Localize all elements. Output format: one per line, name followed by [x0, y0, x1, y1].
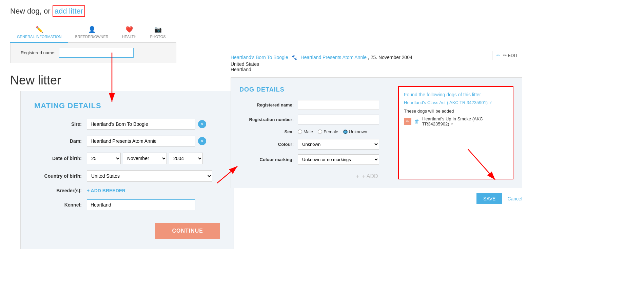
- litter-title-row: Heartland's Born To Boogie 🐾 Heartland P…: [231, 55, 412, 60]
- dam-clear-button[interactable]: ×: [198, 137, 206, 145]
- sire-label: Sire:: [34, 121, 82, 127]
- add-dog-label: + ADD: [362, 173, 378, 179]
- dog-details-title: DOG DETAILS: [239, 86, 391, 93]
- tab-photos-label: PHOTOS: [150, 35, 165, 39]
- mating-title: MATING DETAILS: [34, 101, 220, 110]
- sex-unknown-option[interactable]: Unknown: [343, 129, 367, 134]
- tab-health[interactable]: ❤️ HEALTH: [115, 22, 143, 42]
- dam-label: Dam:: [34, 138, 82, 144]
- breeders-row: Breeder(s): + ADD BREEDER: [34, 188, 220, 193]
- bottom-actions: SAVE Cancel: [231, 193, 522, 204]
- dd-sex-row: Sex: Male Female Unknown: [239, 129, 391, 134]
- edit-dog-button[interactable]: ✏: [404, 118, 411, 125]
- right-panel: Heartland's Born To Boogie 🐾 Heartland P…: [231, 51, 522, 204]
- dam-input[interactable]: [87, 136, 195, 146]
- dob-row: Date of birth: 25 November 2004: [34, 153, 220, 164]
- sex-male-radio[interactable]: [298, 130, 302, 134]
- dd-colour-row: Colour: Unknown Black White Brown: [239, 139, 391, 150]
- dd-reg-number-row: Registration number:: [239, 115, 391, 124]
- dd-colour-label: Colour:: [239, 142, 294, 147]
- sire-clear-button[interactable]: ×: [198, 120, 206, 128]
- plus-icon: +: [356, 173, 359, 179]
- dd-colour-marking-select[interactable]: Unknown or no markings Solid Bicolor: [298, 154, 379, 165]
- dd-reg-name-input[interactable]: [298, 100, 379, 110]
- reg-name-row: Registered name:: [10, 43, 176, 63]
- dd-colour-marking-row: Colour marking: Unknown or no markings S…: [239, 154, 391, 165]
- pencil-edit-icon: ✏: [496, 53, 500, 58]
- kennel-row: Kennel:: [34, 199, 220, 210]
- tab-general-label: GENERAL INFORMATION: [17, 35, 61, 39]
- add-litter-link[interactable]: add litter: [53, 5, 85, 17]
- edit-label: ✏ EDIT: [503, 53, 518, 58]
- tab-photos[interactable]: 📷 PHOTOS: [143, 22, 172, 42]
- sire-input[interactable]: [87, 119, 195, 130]
- dam-row: Dam: ×: [34, 136, 220, 146]
- paw-separator: 🐾: [292, 55, 297, 60]
- litter-header: Heartland's Born To Boogie 🐾 Heartland P…: [231, 51, 522, 74]
- new-dog-text: New dog, or add litter: [10, 7, 634, 16]
- country-select[interactable]: United States United Kingdom Canada: [87, 170, 212, 182]
- kennel-label: Kennel:: [34, 202, 82, 208]
- dd-colour-select[interactable]: Unknown Black White Brown: [298, 139, 379, 150]
- cancel-button[interactable]: Cancel: [507, 196, 522, 201]
- dog-to-add-row: ✏ 🗑 Heartland's Up In Smoke (AKC TR34235…: [404, 116, 508, 126]
- dd-sex-label: Sex:: [239, 129, 294, 134]
- pencil-icon: ✏️: [36, 26, 43, 33]
- tab-health-label: HEALTH: [122, 35, 137, 39]
- tab-general-information[interactable]: ✏️ GENERAL INFORMATION: [10, 22, 68, 43]
- sex-unknown-radio[interactable]: [343, 130, 348, 134]
- kennel-input[interactable]: [87, 199, 195, 210]
- dd-colour-marking-label: Colour marking:: [239, 157, 294, 162]
- litter-country: United States: [231, 61, 522, 67]
- sire-link[interactable]: Heartland's Born To Boogie: [231, 55, 288, 60]
- tab-breeder-owner[interactable]: 👤 BREEDER/OWNER: [68, 22, 115, 42]
- dd-reg-name-label: Registered name:: [239, 102, 294, 108]
- date-row: 25 November 2004: [87, 153, 203, 164]
- dog-details-form: DOG DETAILS Registered name: Registratio…: [239, 86, 391, 179]
- edit-button[interactable]: ✏ ✏ EDIT: [492, 51, 522, 60]
- continue-button[interactable]: CONTINUE: [155, 223, 220, 239]
- dam-input-group: ×: [87, 136, 206, 146]
- sex-male-option[interactable]: Male: [298, 129, 313, 134]
- these-dogs-text: These dogs will be added: [404, 109, 508, 114]
- sex-female-option[interactable]: Female: [318, 129, 338, 134]
- sex-female-radio[interactable]: [318, 130, 322, 134]
- dob-year-select[interactable]: 2004: [169, 153, 203, 164]
- dob-month-select[interactable]: November: [123, 153, 167, 164]
- sex-options: Male Female Unknown: [298, 129, 367, 134]
- reg-name-label: Registered name:: [21, 50, 56, 55]
- delete-dog-button[interactable]: 🗑: [414, 118, 419, 124]
- dd-reg-name-row: Registered name:: [239, 100, 391, 110]
- sire-row: Sire: ×: [34, 119, 220, 130]
- reg-name-input[interactable]: [59, 48, 134, 58]
- found-title: Found the following dogs of this litter: [404, 92, 508, 97]
- tab-breeder-label: BREEDER/OWNER: [75, 35, 108, 39]
- breeders-label: Breeder(s):: [34, 188, 82, 193]
- dd-reg-number-label: Registration number:: [239, 117, 294, 122]
- country-row: Country of birth: United States United K…: [34, 170, 220, 182]
- heart-icon: ❤️: [125, 26, 133, 33]
- tabs-container: ✏️ GENERAL INFORMATION 👤 BREEDER/OWNER ❤…: [10, 22, 176, 43]
- save-button[interactable]: SAVE: [476, 193, 502, 204]
- sire-input-group: ×: [87, 119, 206, 130]
- country-label: Country of birth:: [34, 173, 82, 179]
- add-dog-button[interactable]: + + ADD: [356, 173, 379, 179]
- add-breeder-button[interactable]: + ADD BREEDER: [87, 188, 125, 193]
- found-dog-link[interactable]: Heartland's Class Act ( AKC TR 34235901)…: [404, 100, 508, 105]
- dd-reg-number-input[interactable]: [298, 115, 379, 124]
- dam-link[interactable]: Heartland Presents Atom Annie: [301, 55, 367, 60]
- new-dog-prefix: New dog, or: [10, 7, 51, 15]
- dob-label: Date of birth:: [34, 156, 82, 161]
- dob-day-select[interactable]: 25: [87, 153, 121, 164]
- person-icon: 👤: [88, 26, 96, 33]
- litter-date: , 25. November 2004: [368, 55, 412, 60]
- camera-icon: 📷: [154, 26, 162, 33]
- litter-kennel: Heartland: [231, 67, 522, 72]
- mating-details-box: MATING DETAILS Sire: × Dam: × Date of bi…: [20, 91, 234, 249]
- dog-details-box: DOG DETAILS Registered name: Registratio…: [231, 77, 522, 188]
- found-dogs-panel: Found the following dogs of this litter …: [398, 86, 513, 179]
- dog-to-add-name: Heartland's Up In Smoke (AKC TR34235902)…: [422, 116, 508, 126]
